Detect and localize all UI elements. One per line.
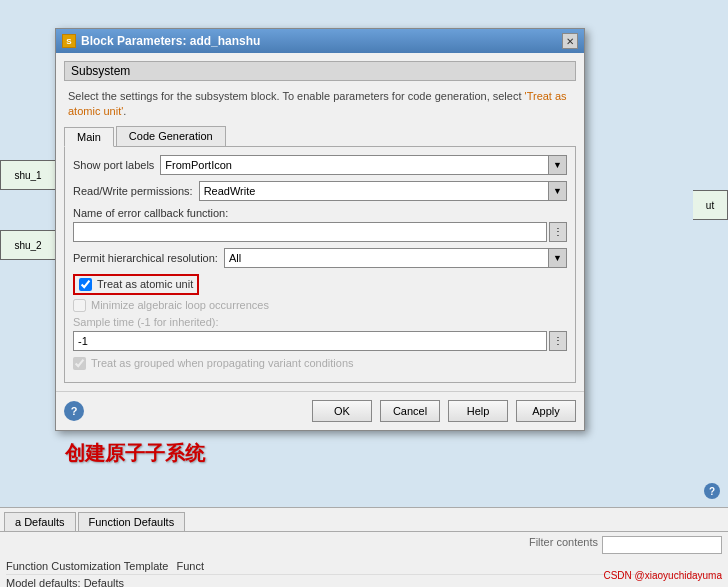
titlebar-left: S Block Parameters: add_hanshu <box>62 34 260 48</box>
read-write-dropdown[interactable]: ▼ <box>548 182 566 200</box>
dialog-close-button[interactable]: ✕ <box>562 33 578 49</box>
error-callback-label: Name of error callback function: <box>73 207 567 219</box>
error-callback-input-container: ⋮ <box>73 222 567 242</box>
permit-hierarchical-select[interactable]: All ▼ <box>224 248 567 268</box>
watermark: CSDN @xiaoyuchidayuma <box>603 570 722 581</box>
bottom-tab-function-defaults[interactable]: Function Defaults <box>78 512 186 531</box>
filter-label: Filter contents <box>529 536 598 554</box>
treat-atomic-checkbox[interactable] <box>79 278 92 291</box>
error-callback-dots-button[interactable]: ⋮ <box>549 222 567 242</box>
block-parameters-dialog: S Block Parameters: add_hanshu ✕ Subsyst… <box>55 28 585 431</box>
sample-time-label: Sample time (-1 for inherited): <box>73 316 567 328</box>
show-port-labels-dropdown[interactable]: ▼ <box>548 156 566 174</box>
sample-time-input[interactable] <box>73 331 547 351</box>
treat-atomic-highlight-box: Treat as atomic unit <box>73 274 199 295</box>
minimize-algebraic-checkbox[interactable] <box>73 299 86 312</box>
description-text: Select the settings for the subsystem bl… <box>64 87 576 126</box>
help-button[interactable]: Help <box>448 400 508 422</box>
show-port-labels-label: Show port labels <box>73 159 154 171</box>
filter-input[interactable] <box>602 536 722 554</box>
section-header: Subsystem <box>64 61 576 81</box>
right-block: ut <box>693 190 728 220</box>
dialog-icon: S <box>62 34 76 48</box>
sample-time-row: Sample time (-1 for inherited): ⋮ <box>73 316 567 351</box>
tab-main[interactable]: Main <box>64 127 114 147</box>
dialog-titlebar: S Block Parameters: add_hanshu ✕ <box>56 29 584 53</box>
error-callback-input[interactable] <box>73 222 547 242</box>
read-write-row: Read/Write permissions: ReadWrite ▼ <box>73 181 567 201</box>
tabs-container: Main Code Generation <box>64 126 576 147</box>
minimize-algebraic-row: Minimize algebraic loop occurrences <box>73 299 567 312</box>
help-icon-circle[interactable]: ? <box>64 401 84 421</box>
treat-grouped-row: Treat as grouped when propagating varian… <box>73 357 567 370</box>
apply-button[interactable]: Apply <box>516 400 576 422</box>
permit-hierarchical-row: Permit hierarchical resolution: All ▼ <box>73 248 567 268</box>
cancel-button[interactable]: Cancel <box>380 400 440 422</box>
sample-time-dots-button[interactable]: ⋮ <box>549 331 567 351</box>
filter-bar: Filter contents <box>0 532 728 558</box>
ok-button[interactable]: OK <box>312 400 372 422</box>
treat-atomic-row: Treat as atomic unit <box>73 274 567 295</box>
table-cell-2-1: Model defaults: Defaults <box>6 577 124 587</box>
bottom-tab-defaults[interactable]: a Defaults <box>4 512 76 531</box>
table-cell-1-2: Funct <box>176 560 204 572</box>
bottom-tabs: a Defaults Function Defaults <box>0 508 728 532</box>
read-write-select[interactable]: ReadWrite ▼ <box>199 181 567 201</box>
read-write-label: Read/Write permissions: <box>73 185 193 197</box>
sample-time-input-container: ⋮ <box>73 331 567 351</box>
dialog-body: Subsystem Select the settings for the su… <box>56 53 584 391</box>
permit-hierarchical-dropdown[interactable]: ▼ <box>548 249 566 267</box>
dialog-footer: ? OK Cancel Help Apply <box>56 391 584 430</box>
dialog-title: Block Parameters: add_hanshu <box>81 34 260 48</box>
tab-code-generation[interactable]: Code Generation <box>116 126 226 146</box>
permit-hierarchical-label: Permit hierarchical resolution: <box>73 252 218 264</box>
form-content: Show port labels FromPortIcon ▼ Read/Wri… <box>64 147 576 383</box>
left-block-2: shu_2 <box>0 230 55 260</box>
qmark-bottom-right[interactable]: ? <box>704 483 720 499</box>
treat-grouped-checkbox[interactable] <box>73 357 86 370</box>
table-cell-1-1: Function Customization Template <box>6 560 168 572</box>
show-port-labels-row: Show port labels FromPortIcon ▼ <box>73 155 567 175</box>
treat-grouped-label: Treat as grouped when propagating varian… <box>91 357 354 369</box>
show-port-labels-select[interactable]: FromPortIcon ▼ <box>160 155 567 175</box>
error-callback-row: Name of error callback function: ⋮ <box>73 207 567 242</box>
left-block-1: shu_1 <box>0 160 55 190</box>
minimize-algebraic-label: Minimize algebraic loop occurrences <box>91 299 269 311</box>
chinese-overlay-text: 创建原子子系统 <box>65 440 205 467</box>
treat-atomic-label: Treat as atomic unit <box>97 278 193 290</box>
